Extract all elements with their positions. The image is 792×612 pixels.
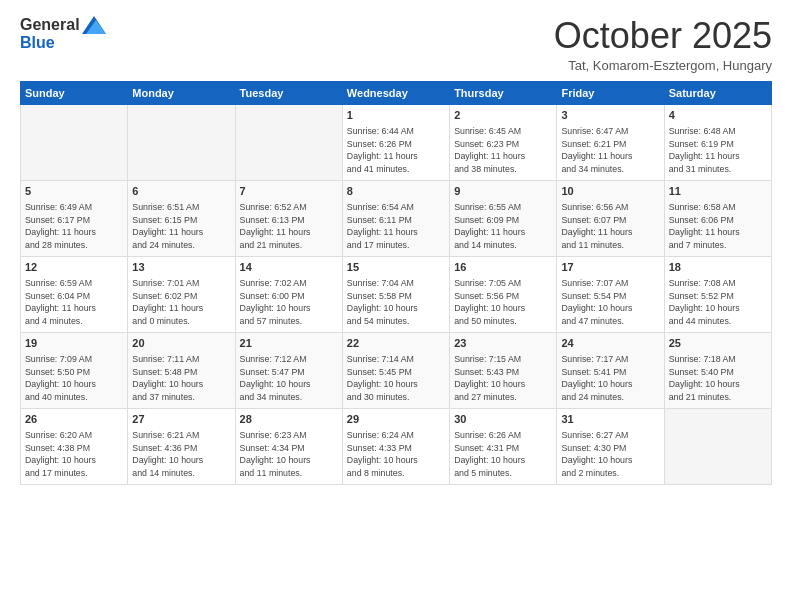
calendar-cell: 6Sunrise: 6:51 AM Sunset: 6:15 PM Daylig…: [128, 180, 235, 256]
calendar-cell: 5Sunrise: 6:49 AM Sunset: 6:17 PM Daylig…: [21, 180, 128, 256]
day-info: Sunrise: 7:11 AM Sunset: 5:48 PM Dayligh…: [132, 353, 230, 404]
day-info: Sunrise: 6:44 AM Sunset: 6:26 PM Dayligh…: [347, 125, 445, 176]
calendar-week-row: 19Sunrise: 7:09 AM Sunset: 5:50 PM Dayli…: [21, 332, 772, 408]
day-info: Sunrise: 6:23 AM Sunset: 4:34 PM Dayligh…: [240, 429, 338, 480]
calendar-cell: 3Sunrise: 6:47 AM Sunset: 6:21 PM Daylig…: [557, 104, 664, 180]
calendar-cell: 31Sunrise: 6:27 AM Sunset: 4:30 PM Dayli…: [557, 408, 664, 484]
calendar-cell: 2Sunrise: 6:45 AM Sunset: 6:23 PM Daylig…: [450, 104, 557, 180]
day-info: Sunrise: 7:12 AM Sunset: 5:47 PM Dayligh…: [240, 353, 338, 404]
day-info: Sunrise: 7:01 AM Sunset: 6:02 PM Dayligh…: [132, 277, 230, 328]
calendar-cell: 4Sunrise: 6:48 AM Sunset: 6:19 PM Daylig…: [664, 104, 771, 180]
day-info: Sunrise: 6:51 AM Sunset: 6:15 PM Dayligh…: [132, 201, 230, 252]
day-info: Sunrise: 7:15 AM Sunset: 5:43 PM Dayligh…: [454, 353, 552, 404]
weekday-header-monday: Monday: [128, 81, 235, 104]
day-number: 24: [561, 336, 659, 351]
calendar-cell: 20Sunrise: 7:11 AM Sunset: 5:48 PM Dayli…: [128, 332, 235, 408]
calendar-cell: [21, 104, 128, 180]
day-info: Sunrise: 6:49 AM Sunset: 6:17 PM Dayligh…: [25, 201, 123, 252]
day-number: 12: [25, 260, 123, 275]
calendar-week-row: 1Sunrise: 6:44 AM Sunset: 6:26 PM Daylig…: [21, 104, 772, 180]
calendar-cell: 19Sunrise: 7:09 AM Sunset: 5:50 PM Dayli…: [21, 332, 128, 408]
day-number: 23: [454, 336, 552, 351]
weekday-header-tuesday: Tuesday: [235, 81, 342, 104]
calendar-cell: 11Sunrise: 6:58 AM Sunset: 6:06 PM Dayli…: [664, 180, 771, 256]
calendar-cell: 28Sunrise: 6:23 AM Sunset: 4:34 PM Dayli…: [235, 408, 342, 484]
day-number: 16: [454, 260, 552, 275]
day-info: Sunrise: 7:14 AM Sunset: 5:45 PM Dayligh…: [347, 353, 445, 404]
calendar-cell: 25Sunrise: 7:18 AM Sunset: 5:40 PM Dayli…: [664, 332, 771, 408]
day-info: Sunrise: 6:56 AM Sunset: 6:07 PM Dayligh…: [561, 201, 659, 252]
calendar-cell: 7Sunrise: 6:52 AM Sunset: 6:13 PM Daylig…: [235, 180, 342, 256]
calendar-cell: 9Sunrise: 6:55 AM Sunset: 6:09 PM Daylig…: [450, 180, 557, 256]
day-info: Sunrise: 7:07 AM Sunset: 5:54 PM Dayligh…: [561, 277, 659, 328]
calendar-table: SundayMondayTuesdayWednesdayThursdayFrid…: [20, 81, 772, 485]
calendar-cell: 18Sunrise: 7:08 AM Sunset: 5:52 PM Dayli…: [664, 256, 771, 332]
calendar-cell: [235, 104, 342, 180]
calendar-week-row: 5Sunrise: 6:49 AM Sunset: 6:17 PM Daylig…: [21, 180, 772, 256]
weekday-header-thursday: Thursday: [450, 81, 557, 104]
day-number: 28: [240, 412, 338, 427]
day-info: Sunrise: 7:09 AM Sunset: 5:50 PM Dayligh…: [25, 353, 123, 404]
calendar-cell: 13Sunrise: 7:01 AM Sunset: 6:02 PM Dayli…: [128, 256, 235, 332]
calendar-cell: 14Sunrise: 7:02 AM Sunset: 6:00 PM Dayli…: [235, 256, 342, 332]
page-header: General Blue October 2025 Tat, Komarom-E…: [20, 16, 772, 73]
day-number: 17: [561, 260, 659, 275]
calendar-cell: [664, 408, 771, 484]
day-number: 15: [347, 260, 445, 275]
calendar-cell: [128, 104, 235, 180]
day-number: 19: [25, 336, 123, 351]
month-title: October 2025: [554, 16, 772, 56]
logo: General Blue: [20, 16, 106, 52]
day-info: Sunrise: 7:18 AM Sunset: 5:40 PM Dayligh…: [669, 353, 767, 404]
day-info: Sunrise: 7:08 AM Sunset: 5:52 PM Dayligh…: [669, 277, 767, 328]
day-info: Sunrise: 6:24 AM Sunset: 4:33 PM Dayligh…: [347, 429, 445, 480]
weekday-header-friday: Friday: [557, 81, 664, 104]
title-area: October 2025 Tat, Komarom-Esztergom, Hun…: [554, 16, 772, 73]
day-info: Sunrise: 6:59 AM Sunset: 6:04 PM Dayligh…: [25, 277, 123, 328]
day-info: Sunrise: 6:54 AM Sunset: 6:11 PM Dayligh…: [347, 201, 445, 252]
day-number: 8: [347, 184, 445, 199]
calendar-header-row: SundayMondayTuesdayWednesdayThursdayFrid…: [21, 81, 772, 104]
day-info: Sunrise: 6:21 AM Sunset: 4:36 PM Dayligh…: [132, 429, 230, 480]
day-number: 5: [25, 184, 123, 199]
day-number: 9: [454, 184, 552, 199]
day-info: Sunrise: 6:47 AM Sunset: 6:21 PM Dayligh…: [561, 125, 659, 176]
day-info: Sunrise: 6:27 AM Sunset: 4:30 PM Dayligh…: [561, 429, 659, 480]
day-number: 27: [132, 412, 230, 427]
calendar-cell: 27Sunrise: 6:21 AM Sunset: 4:36 PM Dayli…: [128, 408, 235, 484]
calendar-cell: 12Sunrise: 6:59 AM Sunset: 6:04 PM Dayli…: [21, 256, 128, 332]
day-number: 31: [561, 412, 659, 427]
day-number: 30: [454, 412, 552, 427]
calendar-cell: 8Sunrise: 6:54 AM Sunset: 6:11 PM Daylig…: [342, 180, 449, 256]
calendar-cell: 29Sunrise: 6:24 AM Sunset: 4:33 PM Dayli…: [342, 408, 449, 484]
day-number: 25: [669, 336, 767, 351]
day-number: 3: [561, 108, 659, 123]
calendar-cell: 24Sunrise: 7:17 AM Sunset: 5:41 PM Dayli…: [557, 332, 664, 408]
day-info: Sunrise: 6:52 AM Sunset: 6:13 PM Dayligh…: [240, 201, 338, 252]
calendar-cell: 1Sunrise: 6:44 AM Sunset: 6:26 PM Daylig…: [342, 104, 449, 180]
weekday-header-wednesday: Wednesday: [342, 81, 449, 104]
weekday-header-saturday: Saturday: [664, 81, 771, 104]
calendar-cell: 26Sunrise: 6:20 AM Sunset: 4:38 PM Dayli…: [21, 408, 128, 484]
day-info: Sunrise: 6:58 AM Sunset: 6:06 PM Dayligh…: [669, 201, 767, 252]
calendar-cell: 23Sunrise: 7:15 AM Sunset: 5:43 PM Dayli…: [450, 332, 557, 408]
day-number: 18: [669, 260, 767, 275]
day-number: 7: [240, 184, 338, 199]
calendar-week-row: 26Sunrise: 6:20 AM Sunset: 4:38 PM Dayli…: [21, 408, 772, 484]
calendar-cell: 30Sunrise: 6:26 AM Sunset: 4:31 PM Dayli…: [450, 408, 557, 484]
logo-icon: [82, 16, 106, 34]
weekday-header-sunday: Sunday: [21, 81, 128, 104]
calendar-cell: 22Sunrise: 7:14 AM Sunset: 5:45 PM Dayli…: [342, 332, 449, 408]
day-number: 4: [669, 108, 767, 123]
day-number: 20: [132, 336, 230, 351]
calendar-cell: 17Sunrise: 7:07 AM Sunset: 5:54 PM Dayli…: [557, 256, 664, 332]
day-number: 2: [454, 108, 552, 123]
day-number: 11: [669, 184, 767, 199]
day-info: Sunrise: 7:05 AM Sunset: 5:56 PM Dayligh…: [454, 277, 552, 328]
logo-blue-text: Blue: [20, 34, 55, 52]
day-number: 21: [240, 336, 338, 351]
day-info: Sunrise: 6:48 AM Sunset: 6:19 PM Dayligh…: [669, 125, 767, 176]
location-text: Tat, Komarom-Esztergom, Hungary: [554, 58, 772, 73]
day-number: 26: [25, 412, 123, 427]
day-number: 13: [132, 260, 230, 275]
